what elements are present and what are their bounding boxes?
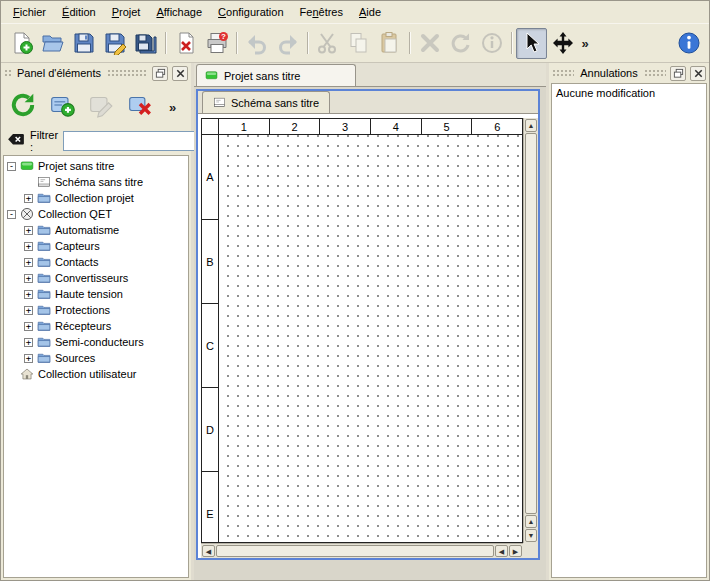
clear-filter-button[interactable] [7,131,25,151]
open-folder-icon [41,31,65,55]
float-panel-button[interactable] [152,66,168,81]
tree-item[interactable]: +Sources [4,350,188,366]
toolbar-separator [507,29,516,57]
scroll-right-button[interactable]: ▶ [509,545,522,557]
tree-item[interactable]: -Projet sans titre [4,158,188,174]
close-panel-button[interactable] [172,66,188,81]
expand-toggle-icon[interactable]: + [24,274,33,283]
menu-fenetres[interactable]: Fenêtres [292,2,351,22]
tree-item-label: Semi-conducteurs [55,336,144,348]
menu-aide[interactable]: Aide [351,2,389,22]
tree-item[interactable]: +Semi-conducteurs [4,334,188,350]
menu-edition[interactable]: Édition [54,2,104,22]
toolbar-overflow-button[interactable]: » [578,28,609,59]
expand-toggle-icon[interactable]: + [24,306,33,315]
tree-item[interactable]: +Collection projet [4,190,188,206]
pan-mode-button[interactable] [547,28,578,59]
tree-item[interactable]: +Capteurs [4,238,188,254]
reload-collections-button[interactable] [6,88,40,122]
schema-tab-bar: Schéma sans titre [198,91,538,114]
folder-icon [37,223,51,237]
schema-icon [213,96,226,109]
panel-toolbar-overflow-button[interactable]: » [169,97,186,114]
open-project-button[interactable] [37,28,68,59]
expand-toggle-icon[interactable]: + [24,194,33,203]
paste-button [374,28,405,59]
tree-item[interactable]: -Collection QET [4,206,188,222]
redo-icon [276,31,300,55]
undo-list-item: Aucune modification [556,87,702,99]
print-button[interactable]: ? [201,28,232,59]
vertical-scrollbar[interactable]: ▲ ▲ ▼ [523,118,538,543]
select-mode-button[interactable] [516,28,547,59]
arrow-left-icon: ◀ [499,548,504,555]
row-headers: ABCDE [202,135,219,542]
elements-panel-header[interactable]: Panel d'éléments [1,63,191,83]
expand-toggle-icon[interactable]: + [24,338,33,347]
expand-toggle-icon[interactable]: + [24,242,33,251]
new-project-button[interactable] [6,28,37,59]
about-button[interactable] [673,28,704,59]
horizontal-scrollbar[interactable]: ◀ ◀ ▶ [201,543,523,558]
scroll-up-button-2[interactable]: ▲ [525,515,537,528]
clear-filter-icon [7,131,25,149]
menu-projet[interactable]: Projet [104,2,149,22]
new-document-icon [10,31,34,55]
tree-item-label: Protections [55,304,110,316]
folder-icon [37,319,51,333]
tree-item[interactable]: +Protections [4,302,188,318]
undo-list[interactable]: Aucune modification [551,83,707,578]
tree-item-label: Collection QET [38,208,112,220]
undo-panel-header[interactable]: Annulations [549,63,709,83]
tree-item[interactable]: +Convertisseurs [4,270,188,286]
schema-view[interactable]: 123456 ABCDE ▲ ▲ ▼ ◀ [198,114,538,558]
new-element-button[interactable] [45,88,79,122]
copy-icon [347,31,371,55]
column-header: 1 [219,119,269,134]
menu-configuration[interactable]: Configuration [210,2,291,22]
element-tree[interactable]: -Projet sans titreSchéma sans titre+Coll… [3,155,189,578]
tree-item[interactable]: Schéma sans titre [4,174,188,190]
close-panel-button[interactable] [690,66,706,81]
scroll-down-button[interactable]: ▼ [525,529,537,542]
elements-panel: Panel d'éléments » Filtrer : -Projet san… [1,63,194,580]
filter-input[interactable] [63,131,213,151]
elements-panel-toolbar: » [1,83,191,127]
expand-toggle-icon[interactable]: + [24,258,33,267]
save-all-button[interactable] [130,28,161,59]
schema-tab-label: Schéma sans titre [231,97,319,109]
vertical-scrollbar-thumb[interactable] [525,133,537,514]
undo-panel-title: Annulations [578,67,640,79]
save-as-button[interactable] [99,28,130,59]
expand-toggle-icon[interactable]: + [24,322,33,331]
scroll-left-button-2[interactable]: ◀ [495,545,508,557]
tree-item[interactable]: +Contacts [4,254,188,270]
horizontal-scrollbar-thumb[interactable] [216,545,494,557]
project-tab[interactable]: Projet sans titre [196,64,356,86]
main-content: Panel d'éléments » Filtrer : -Projet san… [1,63,709,580]
tree-item[interactable]: Collection utilisateur [4,366,188,382]
save-button[interactable] [68,28,99,59]
menu-fichier[interactable]: Fichier [5,2,54,22]
tree-item[interactable]: +Récepteurs [4,318,188,334]
collapse-toggle-icon[interactable]: - [7,210,16,219]
folder-icon [37,335,51,349]
delete-element-button[interactable] [123,88,157,122]
collapse-toggle-icon[interactable]: - [7,162,16,171]
expand-toggle-icon[interactable]: + [24,354,33,363]
tree-item[interactable]: +Automatisme [4,222,188,238]
menu-affichage[interactable]: Affichage [148,2,210,22]
expand-toggle-icon[interactable]: + [24,290,33,299]
scroll-up-button[interactable]: ▲ [525,119,537,132]
scroll-left-button[interactable]: ◀ [202,545,215,557]
column-headers: 123456 [219,119,522,135]
schema-tab[interactable]: Schéma sans titre [202,91,330,113]
column-header: 3 [319,119,370,134]
menu-bar: FichierÉditionProjetAffichageConfigurati… [1,1,709,24]
diagram-paper[interactable] [219,135,522,542]
tree-item[interactable]: +Haute tension [4,286,188,302]
row-header: E [202,471,218,542]
close-file-button[interactable] [170,28,201,59]
float-panel-button[interactable] [670,66,686,81]
expand-toggle-icon[interactable]: + [24,226,33,235]
